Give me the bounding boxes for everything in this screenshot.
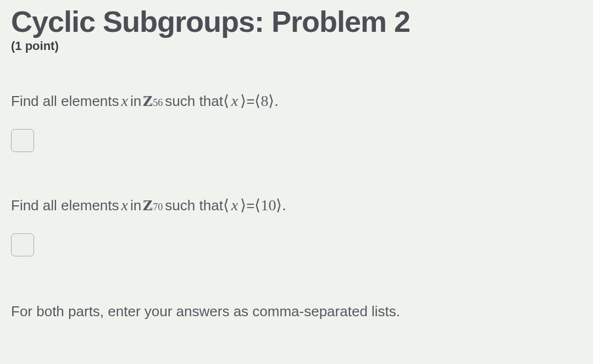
points-label: (1 point) [11,39,582,53]
q1-angle-open: ⟨ [223,92,229,110]
q2-angle-close: ⟩ [240,196,246,214]
q1-mid: in [130,93,141,110]
q2-group-z: Z [142,197,152,214]
answer-input-1[interactable] [11,129,34,152]
question-2: Find all elements x in Z 70 such that ⟨ … [11,196,582,256]
question-1: Find all elements x in Z 56 such that ⟨ … [11,92,582,152]
q1-group-z: Z [142,92,152,110]
q2-angle-var: x [231,197,238,214]
footer-instruction: For both parts, enter your answers as co… [11,303,582,320]
q1-prefix: Find all elements [11,93,119,110]
question-1-text: Find all elements x in Z 56 such that ⟨ … [11,92,582,110]
q2-var: x [121,197,128,214]
question-2-text: Find all elements x in Z 70 such that ⟨ … [11,196,582,214]
q2-equals: = [246,197,254,214]
q1-suffix1: such that [165,93,223,110]
q2-suffix1: such that [165,197,223,214]
q2-gen-close: ⟩. [276,196,286,214]
page-title: Cyclic Subgroups: Problem 2 [11,5,582,38]
answer-input-2[interactable] [11,233,34,256]
q1-angle-close: ⟩ [240,92,246,110]
q2-angle-open: ⟨ [223,196,229,214]
q2-mid: in [130,197,141,214]
q2-gen-open: ⟨ [254,196,261,214]
problem-container: Cyclic Subgroups: Problem 2 (1 point) Fi… [0,0,593,331]
q1-equals: = [246,93,254,110]
q2-gen-val: 10 [261,197,276,214]
q1-gen-close: ⟩. [268,92,278,110]
q1-var: x [121,92,128,110]
q1-gen-val: 8 [261,92,268,110]
q1-group-sub: 56 [153,97,163,109]
q1-angle-var: x [231,92,238,110]
q2-group-sub: 70 [153,201,163,213]
q2-prefix: Find all elements [11,197,119,214]
q1-gen-open: ⟨ [254,92,261,110]
